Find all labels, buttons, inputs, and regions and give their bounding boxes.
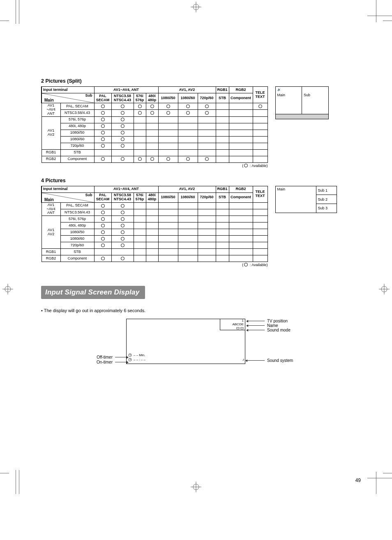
legend-split: ( : Available) <box>41 164 268 168</box>
hdr-576: 576i 576p <box>134 93 146 103</box>
table-four: Input terminal AV1~AV4, ANT AV1, AV2 RGB… <box>41 186 268 262</box>
hdr-av14ant: AV1~AV4, ANT <box>94 87 158 93</box>
cell <box>253 103 267 110</box>
osd-diagram: 1 ABCDE – – Min. – – : – – ♪ TV <box>89 317 319 371</box>
clock-icon <box>128 353 132 357</box>
callout-name: Name <box>267 323 278 328</box>
hdr-input-terminal: Input terminal <box>42 186 94 192</box>
diag-main: Main <box>44 197 54 202</box>
four-sub3: Sub 3 <box>316 204 337 213</box>
four-main-label: Main <box>276 186 316 213</box>
hdr-rgb2: RGB2 <box>229 186 253 192</box>
off-timer-val: – – Min. <box>134 353 145 357</box>
row-1080-50: 1080i/50 <box>60 130 94 136</box>
cell <box>158 103 178 110</box>
row-component: Component <box>60 156 94 162</box>
hdr-input-terminal: Input terminal <box>42 87 94 93</box>
split-sub-label: Sub <box>302 93 328 98</box>
callout-off-timer: Off-timer <box>97 355 113 359</box>
rowgroup-rgb1: RGB1 <box>42 249 60 255</box>
hdr-palsecam: PAL SECAM <box>94 93 111 103</box>
callout-on-timer: On-timer <box>97 360 113 364</box>
hdr-720: 720p/60 <box>198 93 216 103</box>
diag-sub: Sub <box>85 94 92 98</box>
hdr-teletext: TELE TEXT <box>253 186 267 202</box>
callout-sound-system: Sound system <box>267 358 293 363</box>
row-1080-60: 1080i/60 <box>60 136 94 143</box>
split-main-label: Main <box>276 93 302 98</box>
page-number: 49 <box>355 477 361 483</box>
rowgroup-av12: AV1 AV2 <box>42 116 60 149</box>
row-576: 576i, 576p <box>60 116 94 123</box>
osd-name: ABCDE <box>221 323 244 327</box>
hdr-480: 480i 480p <box>146 93 158 103</box>
hdr-av12: AV1, AV2 <box>158 186 216 192</box>
section-title-four: 4 Pictures <box>41 178 367 183</box>
hdr-rgb1: RGB1 <box>216 186 229 192</box>
cell <box>178 103 198 110</box>
rowgroup-rgb2: RGB2 <box>42 255 60 262</box>
hdr-teletext: TELE TEXT <box>253 87 267 103</box>
row-palsecam: PAL, SECAM <box>60 103 94 110</box>
hdr-rgb1: RGB1 <box>216 87 229 93</box>
section-title-split: 2 Pictures (Split) <box>41 78 367 84</box>
table-split: Input terminal AV1~AV4, ANT AV1, AV2 RGB… <box>41 86 268 163</box>
hdr-ntsc: NTSC3.58 NTSC4.43 <box>111 93 134 103</box>
music-icon: ♪ <box>242 357 244 362</box>
row-ntsc: NTSC3.58/4.43 <box>60 110 94 116</box>
cell <box>94 103 111 110</box>
legend-four: ( : Available) <box>41 263 268 267</box>
cell <box>198 103 216 110</box>
hdr-1080-60: 1080i/60 <box>178 93 198 103</box>
row-480: 480i, 480p <box>60 123 94 130</box>
cell <box>134 103 146 110</box>
hdr-av12: AV1, AV2 <box>158 87 216 93</box>
diag-sub: Sub <box>85 193 92 197</box>
hdr-rgb2: RGB2 <box>229 87 253 93</box>
hdr-av14ant: AV1~AV4, ANT <box>94 186 158 192</box>
split-diagram: 🔊 Main Sub <box>275 86 329 119</box>
rowgroup-av14ant: AV1 ~AV4 ANT <box>42 202 60 216</box>
clock-icon <box>128 358 132 362</box>
hdr-component: Component <box>229 93 253 103</box>
cell <box>111 103 134 110</box>
svg-rect-14 <box>237 327 239 329</box>
row-720: 720p/60 <box>60 143 94 149</box>
rowgroup-rgb1: RGB1 <box>42 149 60 156</box>
cell <box>146 103 158 110</box>
rowgroup-rgb2: RGB2 <box>42 156 60 162</box>
hdr-1080-50: 1080i/50 <box>158 93 178 103</box>
callout-sound-mode: Sound mode <box>267 328 291 332</box>
four-sub2: Sub 2 <box>316 195 337 204</box>
diag-main: Main <box>44 98 54 102</box>
hdr-stb: STB <box>216 93 229 103</box>
four-sub1: Sub 1 <box>316 186 337 195</box>
section-banner: Input Signal Screen Display <box>41 286 145 299</box>
row-stb: STB <box>60 149 94 156</box>
on-timer-val: – – : – – <box>134 357 145 362</box>
four-diagram: Main Sub 1 Sub 2 Sub 3 <box>275 186 337 213</box>
callout-tv-position: TV position <box>267 319 288 323</box>
rowgroup-av14ant: AV1 ~AV4 ANT <box>42 103 60 117</box>
rowgroup-av12: AV1 AV2 <box>42 216 60 249</box>
svg-rect-15 <box>241 327 243 329</box>
note-text: • The display will go out in approximate… <box>41 308 367 313</box>
